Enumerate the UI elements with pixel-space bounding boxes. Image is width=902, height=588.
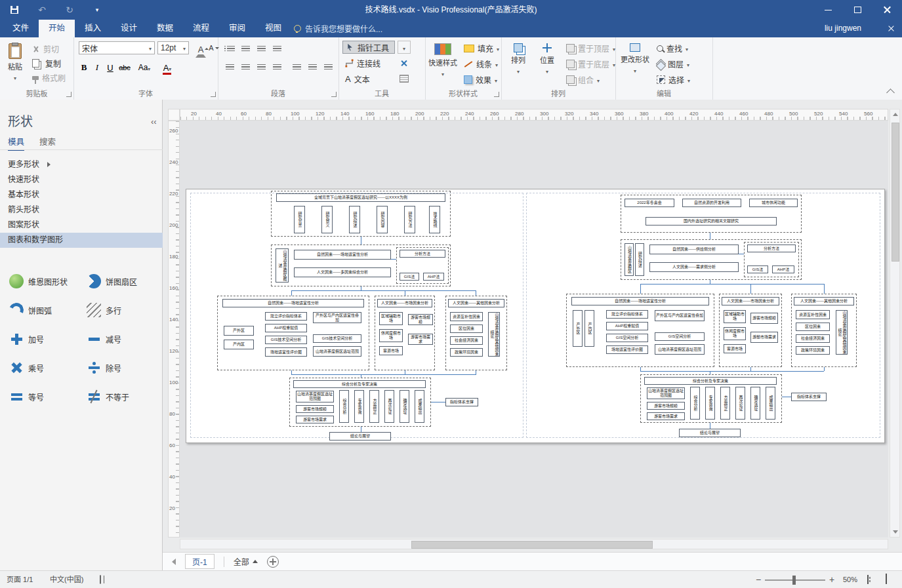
font-size-combo[interactable]: 12pt	[157, 41, 189, 54]
diagram-vbox[interactable]: 再次论证	[384, 390, 394, 423]
diagram-vbox[interactable]: 专家咨询	[705, 387, 715, 420]
select-button[interactable]: 选择	[655, 73, 692, 86]
diagram-box[interactable]: 自然因素——场地适宜性分析	[294, 250, 391, 260]
diagram-vbox[interactable]: 研究方法	[404, 206, 415, 233]
diagram-box[interactable]: 分析方法	[747, 245, 796, 252]
arrange-button[interactable]: 排列	[505, 41, 531, 87]
qat-customize-button[interactable]: ▾	[91, 3, 104, 16]
align-middle-button[interactable]	[255, 43, 268, 56]
zoom-level[interactable]: 50%	[843, 571, 857, 588]
diagram-box[interactable]: AHP法	[772, 265, 794, 273]
diagram-vbox[interactable]: 方案修正	[720, 387, 730, 420]
ribbon-tab-文件[interactable]: 文件	[3, 20, 39, 37]
fill-button[interactable]: 填充	[462, 42, 501, 54]
diagram-vbox[interactable]: 成果输出	[766, 387, 775, 420]
diagram-vbox[interactable]: 成果输出	[415, 390, 424, 423]
redo-button[interactable]: ↻	[63, 3, 76, 16]
diagram-box[interactable]: 指标体系支撑	[791, 393, 827, 401]
undo-button[interactable]: ↶	[35, 3, 49, 16]
strikethrough-button[interactable]: abc	[118, 61, 131, 74]
connector-tool-button[interactable]: 连接线	[342, 56, 395, 69]
diagram-box[interactable]: 游客市场规模	[296, 405, 334, 413]
stencil-item[interactable]: 箭头形状	[0, 203, 163, 218]
underline-button[interactable]: U	[104, 61, 117, 74]
diagram-vbox[interactable]: 产外区	[573, 310, 583, 347]
stencil-shape-pie-sector[interactable]: 饼图扇区	[87, 274, 160, 288]
change-case-button[interactable]: Aa	[135, 61, 154, 74]
diagram-vbox[interactable]: 山地清茶度假区	[625, 243, 634, 276]
diagram-box[interactable]: 产外区	[224, 326, 254, 336]
diagram-box[interactable]: 自然资源的开发利用	[682, 199, 741, 207]
italic-button[interactable]: I	[91, 61, 104, 74]
diagram-vbox[interactable]: 研究背景	[294, 206, 305, 233]
diagram-box[interactable]: 人文因素——其他因素分析	[448, 299, 504, 307]
diagram-box[interactable]: 分析方法	[400, 250, 445, 258]
stencil-shape-multiply[interactable]: 乘号	[9, 361, 83, 375]
close-icon-small[interactable]	[887, 24, 895, 33]
diagram-box[interactable]: 游客市场规模	[750, 313, 778, 324]
scroll-down-icon[interactable]	[893, 530, 898, 534]
diagram-box[interactable]: 社会经济因素	[796, 334, 830, 343]
stencil-shape-not-equal[interactable]: 不等于	[87, 389, 160, 404]
spellcheck-icon[interactable]	[100, 571, 101, 588]
diagram-vbox[interactable]: 研究综述	[349, 206, 360, 233]
stencil-item[interactable]: 快速形状	[0, 172, 163, 187]
page-indicator[interactable]: 页面 1/1	[7, 571, 33, 588]
text-direction-button[interactable]	[321, 61, 335, 74]
pointer-tool-dropdown[interactable]	[398, 41, 411, 54]
stencil-shape-divide[interactable]: 除号	[87, 361, 160, 375]
diagram-vbox[interactable]: 研究意义	[321, 206, 333, 233]
diagram-box[interactable]: 产外区与产内区适宜性叠加	[313, 312, 361, 323]
diagram-vbox[interactable]: 山地清茶度假区其他因素结论	[836, 310, 848, 355]
scroll-up-icon[interactable]	[893, 113, 898, 116]
save-button[interactable]	[8, 3, 21, 16]
align-center-button[interactable]	[239, 61, 252, 74]
diagram-box[interactable]: 产内区	[224, 340, 254, 349]
diagram-box[interactable]: 自然因素——供给侧分析	[649, 245, 739, 254]
collapse-panel-icon[interactable]: ‹‹	[151, 117, 157, 127]
text-block-tool-button[interactable]	[398, 72, 411, 85]
justify-button[interactable]	[270, 61, 283, 74]
maximize-button[interactable]	[843, 0, 872, 20]
diagram-vbox[interactable]: 方案修正	[369, 390, 379, 423]
diagram-box[interactable]: 山地清茶度假区选址范围图	[647, 387, 685, 399]
diagram-box[interactable]: 综合分析及专家决策	[644, 377, 777, 385]
diagram-box[interactable]: 产外区与产内区适宜性叠加	[655, 310, 705, 321]
ribbon-tab-视图[interactable]: 视图	[255, 20, 291, 37]
diagram-box[interactable]: 结论与展望	[329, 432, 391, 441]
new-page-button[interactable]	[267, 556, 279, 568]
diagram-box[interactable]: 游客市场需求	[647, 412, 685, 420]
diagram-box[interactable]: 游客市场规模	[647, 402, 685, 410]
close-button[interactable]	[872, 0, 902, 20]
diagram-box[interactable]: 结论与展望	[679, 429, 741, 437]
cut-button[interactable]: 剪切	[30, 43, 61, 55]
align-bottom-button[interactable]	[270, 43, 283, 56]
diagram-box[interactable]: 场地适宜性评价图	[606, 345, 648, 354]
diagram-box[interactable]: 客源市场	[724, 344, 746, 353]
diagram-box[interactable]: AHP权重赋值	[606, 322, 648, 330]
diagram-vbox[interactable]: 产内区	[584, 310, 594, 347]
diagram-box[interactable]: 游客市场规模	[408, 314, 433, 325]
stencil-shape-multi-line[interactable]: 多行	[87, 303, 160, 317]
diagram-box[interactable]: 政策环境因素	[450, 348, 483, 357]
diagram-box[interactable]: 区位因素	[450, 324, 483, 333]
fit-page-button[interactable]	[867, 571, 869, 588]
page-nav-left-icon[interactable]	[172, 559, 176, 565]
quick-styles-button[interactable]: 快速样式	[428, 41, 458, 87]
diagram-vbox[interactable]: 确定选址	[400, 390, 409, 423]
diagram-box[interactable]: 区位因素	[796, 323, 830, 331]
user-name[interactable]: liu jingwen	[825, 20, 861, 37]
diagram-box[interactable]: 休闲度假市场	[724, 327, 746, 340]
bring-to-front-button[interactable]: 置于顶层	[564, 42, 617, 54]
stencil-item[interactable]: 图案形状	[0, 218, 163, 233]
diagram-box[interactable]: GIS技术空间分析	[265, 336, 307, 344]
diagram-box[interactable]: 2022年冬奥会	[625, 199, 674, 207]
shrink-font-button[interactable]: A	[205, 41, 218, 54]
diagram-box[interactable]: 建立评价指标体系	[606, 310, 648, 319]
page-tab[interactable]: 页-1	[185, 554, 215, 569]
diagram-box[interactable]: 城市休闲功能	[749, 199, 798, 207]
diagram-vbox[interactable]: 综合分析	[339, 390, 349, 423]
diagram-box[interactable]: 社会经济因素	[450, 336, 483, 345]
diagram-box[interactable]: 人文因素——市场因素分析	[377, 299, 432, 307]
bold-button[interactable]: B	[77, 61, 91, 74]
